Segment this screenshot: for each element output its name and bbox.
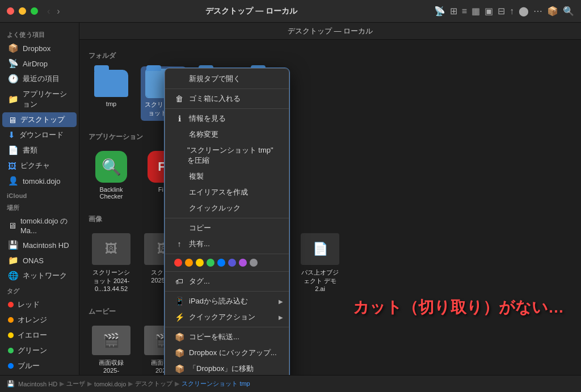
ctx-compress[interactable]: "スクリーンショット tmp" を圧縮 <box>165 142 289 168</box>
sidebar-item-network[interactable]: 🌐 ネットワーク <box>2 268 77 283</box>
ctx-info[interactable]: ℹ 情報を見る <box>165 111 289 127</box>
more-icon[interactable]: ⋯ <box>533 6 542 16</box>
minimize-button[interactable] <box>19 7 26 15</box>
ctx-copy[interactable]: コピー <box>165 220 289 236</box>
column-view-icon[interactable]: ▦ <box>471 6 480 16</box>
folder-item-tmp[interactable]: tmp <box>89 66 134 121</box>
ctx-color-dots[interactable] <box>165 256 289 269</box>
ctx-rename[interactable]: 名称変更 <box>165 127 289 142</box>
color-dot-indigo[interactable] <box>228 259 236 267</box>
orange-dot-icon <box>8 317 14 323</box>
color-dot-green[interactable] <box>207 259 214 267</box>
places-label: 場所 <box>0 200 79 213</box>
sidebar-item-desktop[interactable]: 🖥 デスクトップ <box>2 112 77 127</box>
action-icon[interactable]: ↑ <box>510 6 514 16</box>
ctx-trash[interactable]: 🗑 ゴミ箱に入れる <box>165 91 289 107</box>
sidebar-item-applications[interactable]: 📁 アプリケーション <box>2 87 77 112</box>
close-button[interactable] <box>7 7 14 15</box>
sidebar-label-dropbox: Dropbox <box>23 44 50 53</box>
breadcrumb-sep-4: ▶ <box>175 380 179 387</box>
nas-icon: 📁 <box>8 255 19 265</box>
search-icon[interactable]: 🔍 <box>563 6 574 16</box>
breadcrumb-users[interactable]: ユーザ <box>66 380 85 388</box>
image-name-1: スクリーンショット 2024-0...13.44.52 <box>92 268 130 292</box>
ctx-tags[interactable]: 🏷 タグ... <box>165 273 289 289</box>
sidebar-item-dropbox[interactable]: 📦 Dropbox <box>2 41 77 56</box>
sidebar-item-tag-purple[interactable]: パープル <box>2 374 77 375</box>
sidebar-item-tag-blue[interactable]: ブルー <box>2 359 77 373</box>
breadcrumb-tomoki[interactable]: tomoki.dojo <box>94 381 126 387</box>
ctx-label-quicklook: クイックルック <box>189 203 241 213</box>
breadcrumb-screenshot-tmp[interactable]: スクリーンショット tmp <box>182 380 250 388</box>
sidebar-label-recents: 最近の項目 <box>23 74 60 84</box>
tag-icon[interactable]: ⬤ <box>519 6 529 16</box>
sidebar-item-tag-yellow[interactable]: イエロー <box>2 328 77 343</box>
sidebar-item-airdrop[interactable]: 📡 AirDrop <box>2 56 77 71</box>
dropbox-icon[interactable]: 📦 <box>547 6 558 16</box>
sidebar-item-books[interactable]: 📄 書類 <box>2 143 77 158</box>
ctx-label-rename: 名称変更 <box>189 129 218 140</box>
ctx-quicklook[interactable]: クイックルック <box>165 200 289 216</box>
color-dot-purple[interactable] <box>239 259 247 267</box>
forward-button[interactable]: › <box>54 5 62 18</box>
main-layout: よく使う項目 📦 Dropbox 📡 AirDrop 🕐 最近の項目 📁 アプリ… <box>0 23 581 375</box>
dropbox-icon: 📦 <box>8 43 19 53</box>
group-icon[interactable]: ⊟ <box>498 6 505 16</box>
sidebar-item-tag-orange[interactable]: オレンジ <box>2 313 77 327</box>
breadcrumb-macintosh-hd[interactable]: Macintosh HD <box>18 381 57 387</box>
sidebar-item-tag-red[interactable]: レッド <box>2 297 77 312</box>
image-thumb-1: 🖼 <box>92 233 130 265</box>
movie-item-1[interactable]: 🎬 画面収録 2025-0...13.58.29 <box>89 322 134 375</box>
ctx-quick-actions[interactable]: ⚡ クイックアクション <box>165 309 289 325</box>
ctx-divider-1 <box>165 88 289 89</box>
airdrop-icon[interactable]: 📡 <box>434 6 445 16</box>
ctx-label-quick-actions: クイックアクション <box>189 312 255 322</box>
ctx-label-compress: "スクリーンショット tmp" を圧縮 <box>187 145 280 166</box>
gallery-view-icon[interactable]: ▣ <box>485 6 493 16</box>
ctx-alias[interactable]: エイリアスを作成 <box>165 184 289 200</box>
image-item-5[interactable]: 📄 パス上オブジェクト デモ 2.ai <box>297 230 343 296</box>
tags-label: タグ <box>0 284 79 297</box>
hd-status-icon: 💾 <box>7 380 15 387</box>
ctx-divider-2 <box>165 108 289 109</box>
apps-section-label: アプリケーション <box>89 132 572 142</box>
traffic-lights <box>7 7 38 15</box>
desktop-icon: 🖥 <box>8 115 16 125</box>
copy-transfer-icon: 📦 <box>174 332 184 342</box>
ctx-duplicate[interactable]: 複製 <box>165 168 289 184</box>
sidebar-item-recents[interactable]: 🕐 最近の項目 <box>2 71 77 86</box>
sidebar-item-onas[interactable]: 📁 ONAS <box>2 253 77 268</box>
green-dot-icon <box>8 348 14 353</box>
sidebar-item-tomoki-ma[interactable]: 🖥 tomoki.dojo の Ma... <box>2 214 77 237</box>
maximize-button[interactable] <box>31 7 38 15</box>
image-item-1[interactable]: 🖼 スクリーンショット 2024-0...13.44.52 <box>89 230 134 296</box>
ctx-open-new-tab[interactable]: 新規タブで開く <box>165 71 289 87</box>
ctx-label-open-new-tab: 新規タブで開く <box>189 74 241 84</box>
breadcrumb-desktop[interactable]: デスクトップ <box>135 380 172 388</box>
sidebar-item-downloads[interactable]: ⬇ ダウンロード <box>2 128 77 142</box>
ctx-move-dropbox[interactable]: 📦 「Dropbox」に移動 <box>165 361 289 375</box>
content-area: デスクトップ — ローカル フォルダ tmp スクリーンショット tmp ...… <box>79 23 581 375</box>
images-grid: 🖼 スクリーンショット 2024-0...13.44.52 🖼 スクリー 202… <box>89 230 572 296</box>
ctx-share[interactable]: ↑ 共有... <box>165 236 289 252</box>
yellow-dot-icon <box>8 332 14 338</box>
grid-view-icon[interactable]: ⊞ <box>450 6 457 16</box>
ctx-ipad-import[interactable]: 📱 iPadから読み込む <box>165 293 289 309</box>
list-view-icon[interactable]: ≡ <box>462 6 467 16</box>
color-dot-gray[interactable] <box>250 259 258 267</box>
color-dot-orange[interactable] <box>185 259 193 267</box>
app-item-backlink[interactable]: 🔍 Backlink Checker <box>89 147 134 203</box>
back-button[interactable]: ‹ <box>45 5 52 18</box>
sidebar-item-macintosh-hd[interactable]: 💾 Macintosh HD <box>2 238 77 252</box>
color-dot-blue[interactable] <box>217 259 225 267</box>
color-dot-red[interactable] <box>174 259 182 267</box>
ctx-copy-transfer[interactable]: 📦 コピーを転送... <box>165 329 289 345</box>
ctx-label-share: 共有... <box>189 239 210 249</box>
sidebar-label-network: ネットワーク <box>23 271 67 281</box>
applications-icon: 📁 <box>8 94 19 104</box>
ctx-dropbox-backup[interactable]: 📦 Dropbox にバックアップ... <box>165 345 289 361</box>
color-dot-yellow[interactable] <box>196 259 204 267</box>
sidebar-item-tag-green[interactable]: グリーン <box>2 343 77 358</box>
sidebar-item-tomoki[interactable]: 👤 tomoki.dojo <box>2 174 77 188</box>
sidebar-item-pictures[interactable]: 🖼 ピクチャ <box>2 158 77 173</box>
